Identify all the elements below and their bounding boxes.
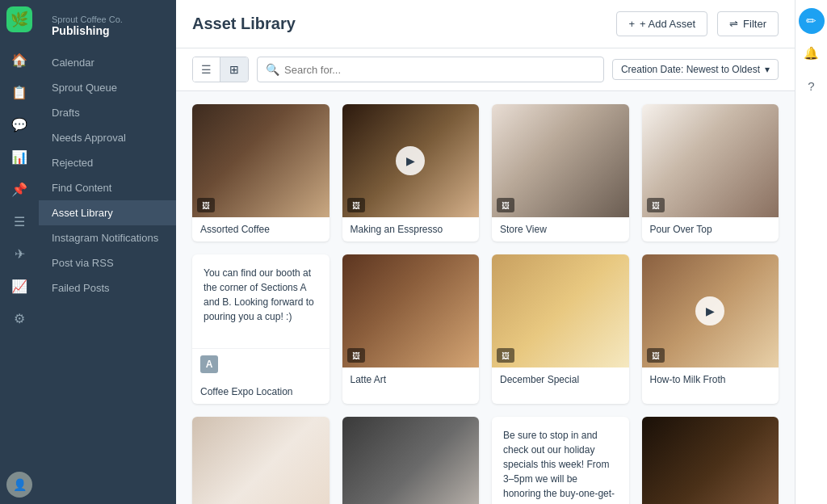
sort-dropdown[interactable]: Creation Date: Newest to Oldest ▾ (612, 59, 779, 80)
notifications-button[interactable]: 🔔 (799, 40, 825, 66)
app-logo: 🌿 (6, 6, 32, 32)
main-header: Asset Library + + Add Asset ⇌ Filter (176, 0, 795, 48)
asset-label: Assorted Coffee (192, 217, 330, 242)
nav-item-instagram-notifications[interactable]: Instagram Notifications (39, 225, 176, 250)
rail-home-icon[interactable]: 🏠 (5, 45, 34, 74)
play-button: ▶ (396, 146, 425, 175)
filter-button[interactable]: ⇌ Filter (717, 11, 779, 36)
toolbar: ☰ ⊞ 🔍 Creation Date: Newest to Oldest ▾ (176, 48, 795, 91)
asset-label: Latte Art (342, 368, 480, 392)
left-nav: Sprout Coffee Co. Publishing Calendar Sp… (39, 0, 176, 504)
nav-item-post-via-rss[interactable]: Post via RSS (39, 250, 176, 275)
asset-type-badge: 🖼 (197, 198, 215, 212)
company-name: Sprout Coffee Co. (52, 15, 163, 24)
brand-block: Sprout Coffee Co. Publishing (39, 8, 176, 50)
rail-tasks-icon[interactable]: ☰ (5, 207, 34, 236)
main-content: Asset Library + + Add Asset ⇌ Filter ☰ ⊞… (176, 0, 795, 504)
asset-type-badge: 🖼 (497, 348, 514, 363)
asset-label: Coffee Expo Location (192, 380, 330, 404)
rail-engage-icon[interactable]: 💬 (5, 110, 34, 139)
asset-card[interactable]: 🖼 Latte Art (342, 254, 480, 404)
asset-thumbnail: 🖼 (642, 417, 779, 504)
add-asset-button[interactable]: + + Add Asset (616, 11, 707, 36)
asset-thumbnail: 🖼 (342, 254, 480, 368)
asset-card[interactable]: 🖼 (192, 417, 330, 504)
view-toggle: ☰ ⊞ (192, 57, 249, 82)
asset-thumbnail: ▶ 🖼 (642, 254, 779, 368)
nav-item-rejected[interactable]: Rejected (39, 150, 176, 175)
asset-label: Pour Over Top (642, 217, 779, 242)
asset-text-content: Be sure to stop in and check out our hol… (492, 417, 629, 504)
rail-settings-icon[interactable]: ⚙ (5, 304, 34, 333)
asset-thumbnail: 🖼 (492, 254, 629, 368)
filter-label: Filter (743, 18, 766, 30)
play-button: ▶ (695, 296, 724, 326)
add-asset-label: + Add Asset (640, 18, 695, 30)
asset-card[interactable]: 🖼 Pour Over Top (642, 104, 779, 242)
asset-type-badge: 🖼 (347, 198, 365, 212)
asset-text-footer: A (192, 348, 330, 380)
asset-thumbnail: 🖼 (342, 417, 480, 504)
nav-item-sprout-queue[interactable]: Sprout Queue (39, 75, 176, 100)
asset-type-badge: 🖼 (497, 198, 514, 212)
right-rail: ✏ 🔔 ? (795, 0, 827, 504)
rail-publish-icon[interactable]: 📋 (5, 78, 34, 107)
asset-thumbnail: 🖼 (642, 104, 779, 217)
asset-type-badge: 🖼 (347, 348, 365, 363)
grid-view-button[interactable]: ⊞ (220, 57, 248, 82)
asset-thumbnail: 🖼 (492, 104, 629, 217)
asset-card[interactable]: ▶ 🖼 How-to Milk Froth (642, 254, 779, 404)
rail-reports-icon[interactable]: 📊 (5, 142, 34, 171)
asset-grid-container: 🖼 Assorted Coffee ▶ 🖼 Making an Esspress… (192, 104, 779, 504)
compose-button[interactable]: ✏ (799, 8, 825, 34)
icon-rail: 🌿 🏠 📋 💬 📊 📌 ☰ ✈ 📈 ⚙ 👤 (0, 0, 39, 504)
rail-listen-icon[interactable]: 📌 (5, 174, 34, 204)
user-avatar[interactable]: 👤 (6, 472, 32, 498)
chevron-down-icon: ▾ (765, 64, 770, 75)
asset-card[interactable]: 🖼 Store View (492, 104, 629, 242)
asset-label: Store View (492, 217, 629, 242)
asset-card[interactable]: ▶ 🖼 Making an Esspresso (342, 104, 480, 242)
search-input[interactable] (284, 64, 595, 76)
help-button[interactable]: ? (799, 73, 825, 99)
page-title: Asset Library (192, 15, 607, 33)
filter-icon: ⇌ (729, 18, 738, 30)
add-icon: + (628, 18, 635, 30)
asset-label: How-to Milk Froth (642, 368, 779, 392)
asset-thumbnail: ▶ 🖼 (342, 104, 480, 217)
sort-label: Creation Date: Newest to Oldest (621, 64, 760, 75)
text-asset-badge: A (200, 355, 218, 373)
asset-type-badge: 🖼 (647, 198, 665, 212)
nav-item-calendar[interactable]: Calendar (39, 50, 176, 75)
asset-card[interactable]: You can find our booth at the corner of … (192, 254, 330, 404)
list-view-button[interactable]: ☰ (193, 57, 220, 82)
nav-item-find-content[interactable]: Find Content (39, 175, 176, 200)
nav-item-needs-approval[interactable]: Needs Approval (39, 125, 176, 150)
asset-grid: 🖼 Assorted Coffee ▶ 🖼 Making an Esspress… (176, 91, 795, 504)
nav-item-asset-library[interactable]: Asset Library (39, 200, 176, 225)
asset-card[interactable]: 🖼 (342, 417, 480, 504)
asset-type-badge: 🖼 (647, 348, 665, 363)
search-box: 🔍 (257, 57, 604, 82)
asset-label: Making an Esspresso (342, 217, 480, 242)
app-name: Publishing (52, 24, 163, 37)
nav-item-failed-posts[interactable]: Failed Posts (39, 275, 176, 300)
asset-thumbnail: 🖼 (192, 417, 330, 504)
rail-send-icon[interactable]: ✈ (5, 239, 34, 268)
asset-label: December Special (492, 368, 629, 392)
asset-card[interactable]: Be sure to stop in and check out our hol… (492, 417, 629, 504)
asset-card[interactable]: 🖼 Assorted Coffee (192, 104, 330, 242)
asset-card[interactable]: 🖼 (642, 417, 779, 504)
nav-item-drafts[interactable]: Drafts (39, 100, 176, 125)
asset-card[interactable]: 🖼 December Special (492, 254, 629, 404)
asset-thumbnail: 🖼 (192, 104, 330, 217)
rail-analytics-icon[interactable]: 📈 (5, 271, 34, 300)
search-icon: 🔍 (266, 63, 279, 76)
asset-text-content: You can find our booth at the corner of … (192, 254, 330, 348)
